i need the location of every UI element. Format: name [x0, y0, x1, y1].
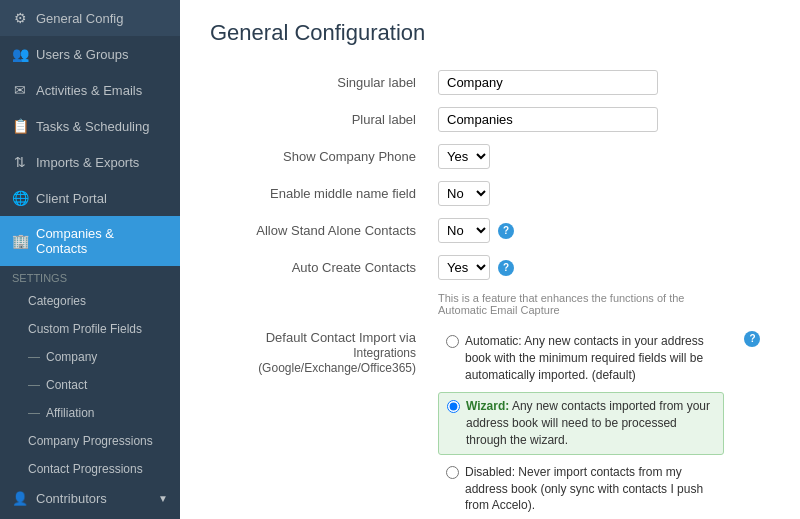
default-contact-import-row: Default Contact Import via Integrations … [210, 322, 770, 519]
auto-create-label: Auto Create Contacts [210, 249, 430, 286]
sidebar-item-client-portal[interactable]: 🌐 Client Portal [0, 180, 180, 216]
import-option-disabled: Disabled: Never import contacts from my … [438, 459, 724, 519]
import-radio-wizard[interactable] [447, 400, 460, 413]
sidebar-item-companies-contacts[interactable]: 🏢 Companies & Contacts [0, 216, 180, 266]
plural-label-field-label: Plural label [210, 101, 430, 138]
import-option-wizard: Wizard: Any new contacts imported from y… [438, 392, 724, 454]
allow-stand-alone-label: Allow Stand Alone Contacts [210, 212, 430, 249]
sidebar-item-contact[interactable]: — Contact [0, 371, 180, 399]
import-help-icon[interactable]: ? [744, 331, 760, 347]
chevron-down-icon: ▼ [158, 493, 168, 504]
sidebar-item-activities-emails[interactable]: ✉ Activities & Emails [0, 72, 180, 108]
settings-section-label: Settings [0, 266, 180, 287]
sidebar-item-contributors[interactable]: 👤 Contributors ▼ [0, 483, 180, 514]
enable-middle-name-label: Enable middle name field [210, 175, 430, 212]
auto-create-help-icon[interactable]: ? [498, 260, 514, 276]
singular-label-input[interactable] [438, 70, 658, 95]
page-title: General Configuration [210, 20, 770, 46]
import-label-wizard: Wizard: Any new contacts imported from y… [466, 398, 715, 448]
allow-stand-alone-select[interactable]: No Yes [438, 218, 490, 243]
config-form: Singular label Plural label Show Company… [210, 64, 770, 519]
users-icon: 👥 [12, 46, 28, 62]
portal-icon: 🌐 [12, 190, 28, 206]
enable-middle-name-select[interactable]: No Yes [438, 181, 490, 206]
singular-label-field-label: Singular label [210, 64, 430, 101]
main-content: General Configuration Singular label Plu… [180, 0, 800, 519]
import-radio-automatic[interactable] [446, 335, 459, 348]
show-company-phone-row: Show Company Phone Yes No [210, 138, 770, 175]
auto-create-select[interactable]: Yes No [438, 255, 490, 280]
email-icon: ✉ [12, 82, 28, 98]
sidebar-item-categories[interactable]: Categories [0, 287, 180, 315]
auto-create-row: Auto Create Contacts Yes No ? [210, 249, 770, 286]
plural-label-row: Plural label [210, 101, 770, 138]
import-option-automatic: Automatic: Any new contacts in your addr… [438, 328, 724, 388]
sidebar-item-company-progressions[interactable]: Company Progressions [0, 427, 180, 455]
tasks-icon: 📋 [12, 118, 28, 134]
singular-label-row: Singular label [210, 64, 770, 101]
companies-icon: 🏢 [12, 233, 28, 249]
default-import-radio-group: Automatic: Any new contacts in your addr… [438, 328, 724, 519]
sidebar-item-users-groups[interactable]: 👥 Users & Groups [0, 36, 180, 72]
sidebar-item-tasks-scheduling[interactable]: 📋 Tasks & Scheduling [0, 108, 180, 144]
sidebar-item-custom-profile-fields[interactable]: Custom Profile Fields [0, 315, 180, 343]
sidebar: ⚙ General Config 👥 Users & Groups ✉ Acti… [0, 0, 180, 519]
gear-icon: ⚙ [12, 10, 28, 26]
show-company-phone-select[interactable]: Yes No [438, 144, 490, 169]
auto-create-note: This is a feature that enhances the func… [430, 286, 732, 322]
allow-stand-alone-row: Allow Stand Alone Contacts No Yes ? [210, 212, 770, 249]
show-company-phone-label: Show Company Phone [210, 138, 430, 175]
sidebar-item-contact-progressions[interactable]: Contact Progressions [0, 455, 180, 483]
sidebar-item-campaigns[interactable]: 📣 Campaigns [0, 514, 180, 519]
contributors-icon: 👤 [12, 491, 28, 506]
import-icon: ⇅ [12, 154, 28, 170]
import-label-automatic: Automatic: Any new contacts in your addr… [465, 333, 716, 383]
sidebar-item-imports-exports[interactable]: ⇅ Imports & Exports [0, 144, 180, 180]
enable-middle-name-row: Enable middle name field No Yes [210, 175, 770, 212]
sidebar-item-company[interactable]: — Company [0, 343, 180, 371]
allow-stand-alone-help-icon[interactable]: ? [498, 223, 514, 239]
import-label-disabled: Disabled: Never import contacts from my … [465, 464, 716, 514]
sidebar-item-general-config[interactable]: ⚙ General Config [0, 0, 180, 36]
sidebar-item-affiliation[interactable]: — Affiliation [0, 399, 180, 427]
default-import-label: Default Contact Import via Integrations … [218, 330, 416, 375]
plural-label-input[interactable] [438, 107, 658, 132]
auto-create-note-row: This is a feature that enhances the func… [210, 286, 770, 322]
import-radio-disabled[interactable] [446, 466, 459, 479]
